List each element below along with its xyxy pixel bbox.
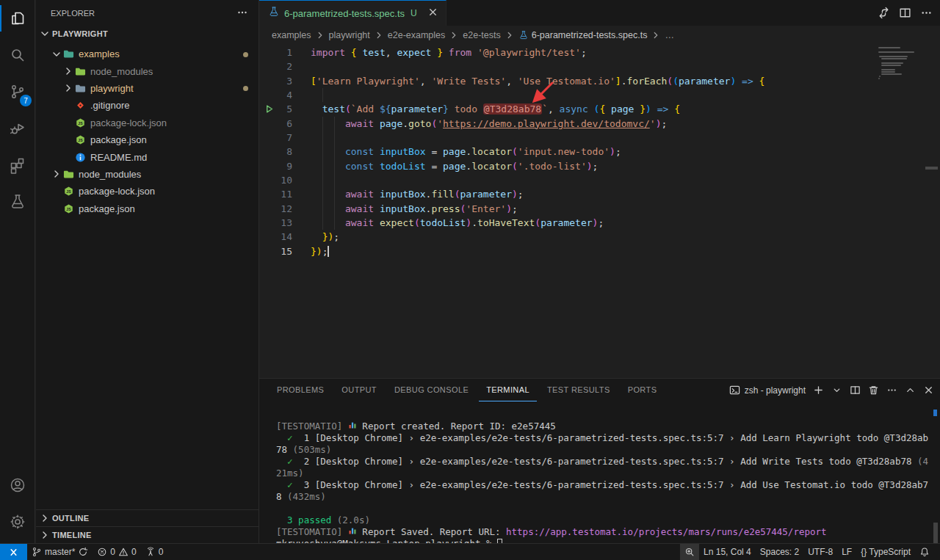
activity-bar-item-extensions[interactable]	[0, 147, 35, 183]
tree-item-package-json[interactable]: JSpackage.json	[36, 131, 258, 148]
git-icon	[74, 100, 86, 112]
tree-item-readme-md[interactable]: README.md	[36, 148, 258, 165]
status-label: UTF-8	[808, 547, 833, 557]
chevron-up-icon[interactable]	[905, 385, 916, 396]
breadcrumb-item[interactable]: examples	[272, 30, 311, 40]
chevron-down-icon	[51, 48, 62, 60]
status-encoding[interactable]: UTF-8	[803, 544, 837, 560]
ellipsis-icon[interactable]	[886, 385, 897, 396]
run-test-icon[interactable]	[264, 103, 275, 115]
indent-guide	[322, 173, 323, 187]
sidebar-section-timeline[interactable]: TIMELINE	[36, 526, 258, 543]
breadcrumb-separator-icon	[315, 30, 325, 40]
bar-chart-icon	[348, 526, 357, 535]
minimap-line	[881, 73, 902, 75]
status-language-mode[interactable]: {} TypeScript	[856, 544, 915, 560]
code-line: 5 test(`Add ${parameter} todo @T3d28ab78…	[259, 102, 940, 116]
minimap[interactable]	[878, 47, 930, 80]
code-line: 12 await inputBox.press('Enter');	[259, 202, 940, 216]
status-indentation[interactable]: Spaces: 2	[756, 544, 803, 560]
activity-bar-item-testing[interactable]	[0, 183, 35, 220]
tree-item-examples[interactable]: examples	[36, 46, 258, 62]
status-branch[interactable]: master*	[27, 544, 93, 560]
workspace-section-header[interactable]: PLAYWRIGHT	[36, 26, 258, 42]
chevron-down-small-icon[interactable]	[831, 385, 842, 396]
activity-bar-item-settings[interactable]	[0, 503, 35, 540]
code-token: `	[542, 103, 548, 114]
status-cursor-position[interactable]: Ln 15, Col 4	[699, 544, 756, 560]
plus-icon[interactable]	[813, 385, 824, 396]
code-token: }	[443, 103, 449, 114]
tree-item--gitignore[interactable]: .gitignore	[36, 97, 258, 114]
panel-tab-ports[interactable]: PORTS	[621, 379, 665, 401]
panel-tab-test-results[interactable]: TEST RESULTS	[540, 379, 618, 401]
terminal-scrollbar-thumb[interactable]	[933, 523, 938, 543]
code-line: 8 const inputBox = page.locator('input.n…	[259, 145, 940, 159]
tree-item-package-lock-json[interactable]: JSpackage-lock.json	[36, 183, 258, 200]
views-more-actions-icon[interactable]	[236, 7, 248, 20]
panel-tab-output[interactable]: OUTPUT	[334, 379, 384, 401]
code-token: ;	[322, 246, 328, 257]
code-token: )	[646, 103, 651, 114]
trash-icon[interactable]	[868, 385, 879, 396]
compare-changes-icon[interactable]	[878, 7, 890, 19]
status-eol[interactable]: LF	[837, 544, 856, 560]
terminal[interactable]: [TESTOMATIO] Report created. Report ID: …	[259, 401, 940, 543]
code-token: page	[605, 103, 640, 114]
indent-guide	[334, 145, 335, 159]
editor-tab[interactable]: 6-parametrized-tests.spec.ts U	[259, 0, 446, 26]
code-editor[interactable]: 1import { test, expect } from '@playwrig…	[259, 46, 940, 378]
sidebar-section-outline[interactable]: OUTLINE	[36, 509, 258, 526]
close-icon[interactable]	[923, 385, 934, 396]
breadcrumb-file[interactable]: 6-parametrized-tests.spec.ts	[518, 30, 648, 40]
minimap-line	[881, 65, 901, 66]
chevron-right-icon	[51, 168, 62, 180]
terminal-scrollbar-mark	[933, 410, 937, 416]
activity-bar-item-source-control[interactable]: 7	[0, 73, 35, 110]
breadcrumb-item[interactable]: e2e-tests	[463, 30, 500, 40]
split-editor-icon[interactable]	[899, 7, 911, 19]
tree-item-node-modules[interactable]: node_modules	[36, 166, 258, 183]
panel-tab-debug-console[interactable]: DEBUG CONSOLE	[387, 379, 476, 401]
minimap-line	[881, 69, 895, 70]
panel-tab-problems[interactable]: PROBLEMS	[270, 379, 331, 401]
terminal-selector[interactable]: zsh - playwright	[729, 385, 806, 396]
terminal-text: 3 passed	[276, 514, 337, 526]
status-forwarded-ports[interactable]: 0	[141, 544, 168, 560]
tree-item-label: package-lock.json	[90, 117, 167, 128]
activity-bar-item-run-debug[interactable]	[0, 110, 35, 147]
text-cursor	[328, 246, 329, 257]
tree-item-playwright[interactable]: playwright	[36, 80, 258, 97]
minimap-line	[878, 47, 900, 48]
scrollbar-mark	[925, 167, 938, 170]
tree-item-label: node_modules	[90, 66, 153, 77]
breadcrumb-item[interactable]: e2e-examples	[388, 30, 446, 40]
breadcrumb-item[interactable]: playwright	[329, 30, 370, 40]
breadcrumb-overflow[interactable]: …	[665, 30, 674, 40]
status-problems[interactable]: 00	[93, 544, 140, 560]
code-token: async	[560, 103, 594, 114]
status-testomat-search[interactable]	[680, 544, 699, 560]
chevron-right-icon	[62, 65, 74, 77]
ellipsis-icon[interactable]	[920, 7, 933, 19]
code-token: const	[345, 146, 380, 157]
activity-bar-item-accounts[interactable]	[0, 467, 35, 503]
status-notifications[interactable]	[915, 544, 934, 560]
tree-item-package-json[interactable]: JSpackage.json	[36, 200, 258, 217]
remote-indicator[interactable]	[0, 544, 27, 560]
tree-item-node-modules[interactable]: node_modules	[36, 62, 258, 79]
split-editor-icon[interactable]	[850, 385, 861, 396]
breadcrumb: examplesplaywrighte2e-examplese2e-tests6…	[259, 26, 940, 45]
code-token: ,	[548, 103, 560, 114]
close-icon[interactable]	[427, 7, 438, 21]
bottom-panel: PROBLEMSOUTPUTDEBUG CONSOLETERMINALTEST …	[258, 378, 940, 543]
panel-tab-terminal[interactable]: TERMINAL	[479, 379, 537, 401]
tree-item-package-lock-json[interactable]: JSpackage-lock.json	[36, 114, 258, 131]
activity-bar-item-explorer[interactable]	[0, 0, 35, 37]
code-token: 'Enter'	[466, 203, 506, 214]
terminal-link[interactable]: https://app.testomat.io/projects/mars/ru…	[506, 526, 827, 537]
activity-bar-item-search[interactable]	[0, 37, 35, 73]
line-number: 2	[259, 59, 292, 73]
code-token: 'input.new-todo'	[518, 146, 610, 157]
code-token: })	[322, 231, 334, 242]
